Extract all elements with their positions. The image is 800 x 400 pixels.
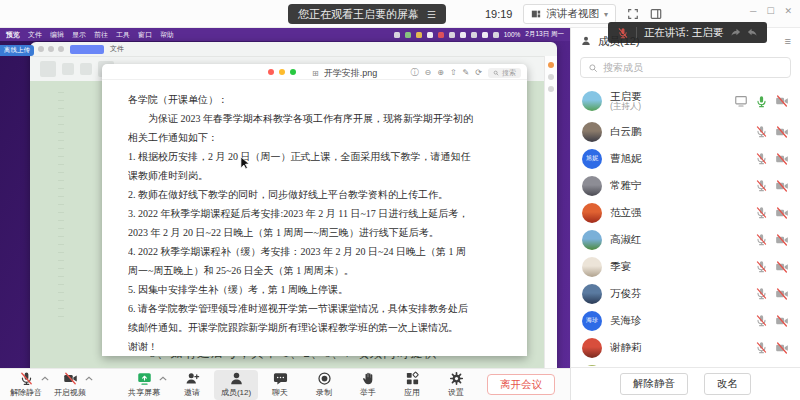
mac-menu-item[interactable]: 编辑 bbox=[50, 30, 64, 40]
toolbar-hand-button[interactable]: 举手 bbox=[346, 370, 390, 400]
share-icon[interactable]: ⇧ bbox=[450, 68, 457, 77]
rename-button[interactable]: 改名 bbox=[704, 373, 751, 395]
close-icon[interactable]: ✕ bbox=[784, 6, 792, 16]
divider bbox=[636, 27, 637, 38]
reply-arrow-icon[interactable] bbox=[746, 27, 758, 38]
member-row[interactable]: 张蕾蕾 bbox=[571, 361, 800, 366]
document-line: 2023 年 2 月 20 日~22 日晚上（第 1 周周一~周三晚）进行线下延… bbox=[128, 223, 503, 242]
member-search-input[interactable]: 搜索成员 bbox=[580, 57, 791, 78]
zoom-in-icon[interactable]: ⊕ bbox=[437, 68, 444, 77]
member-row[interactable]: 范立强 bbox=[571, 199, 800, 226]
mac-menu-item[interactable]: 文件 bbox=[28, 30, 42, 40]
chevron-up-icon[interactable] bbox=[159, 376, 167, 381]
clock: 19:19 bbox=[485, 8, 513, 20]
toolbar-chat-button[interactable]: 聊天 bbox=[258, 370, 302, 400]
layout-icon[interactable] bbox=[650, 8, 662, 20]
camera-off-icon bbox=[775, 206, 789, 220]
panel-menu-icon[interactable]: ≡ bbox=[785, 35, 791, 47]
active-doc-tab[interactable] bbox=[70, 45, 104, 54]
document-image: 各学院（开课单位）：为保证 2023 年春季学期本科教学各项工作有序开展，现将新… bbox=[102, 80, 527, 356]
member-status-icons bbox=[755, 152, 789, 166]
member-row[interactable]: 常雅宁 bbox=[571, 172, 800, 199]
mic-on-icon bbox=[755, 95, 768, 108]
mac-menu-item[interactable]: 帮助 bbox=[160, 30, 174, 40]
members-panel: 成员(12) ≡ 搜索成员 王启要 (主持人) 白云鹏 旭妮 曹旭妮 bbox=[570, 28, 800, 400]
battery-level: 100% bbox=[504, 31, 521, 38]
toolbar-item-label: 举手 bbox=[360, 387, 376, 398]
mac-menu-item[interactable]: 前往 bbox=[94, 30, 108, 40]
member-row[interactable]: 旭妮 曹旭妮 bbox=[571, 145, 800, 172]
toolbar-item-label: 解除静音 bbox=[10, 387, 42, 398]
toolbar-apps-button[interactable]: 应用 bbox=[390, 370, 434, 400]
member-row[interactable]: 高淑红 bbox=[571, 226, 800, 253]
mac-menu-item[interactable]: 显示 bbox=[72, 30, 86, 40]
mac-menu-item[interactable]: 预览 bbox=[6, 30, 20, 40]
toolbar-item-label: 成员(12) bbox=[221, 387, 251, 398]
member-row[interactable]: 谢静莉 bbox=[571, 334, 800, 361]
search-icon bbox=[588, 63, 598, 73]
minimize-icon[interactable]: ─ bbox=[750, 6, 756, 16]
avatar bbox=[582, 338, 602, 358]
avatar bbox=[582, 230, 602, 250]
wps-file-menu[interactable]: 文件 bbox=[110, 44, 124, 54]
member-name: 吴海珍 bbox=[610, 314, 642, 326]
chevron-up-icon[interactable] bbox=[85, 376, 93, 381]
member-row[interactable]: 万俊芬 bbox=[571, 280, 800, 307]
member-row[interactable]: 海珍 吴海珍 bbox=[571, 307, 800, 334]
toolbar-settings-button[interactable]: 设置 bbox=[434, 370, 478, 400]
sharing-screen-icon bbox=[734, 94, 748, 108]
markup-icon[interactable]: ✎ bbox=[463, 68, 470, 77]
toolbar-screen-share-button[interactable]: 共享屏幕 bbox=[122, 370, 166, 400]
member-status-icons bbox=[755, 179, 789, 193]
view-mode-selector[interactable]: 演讲者视图 ▾ bbox=[523, 4, 616, 24]
toolbar-invite-button[interactable]: 邀请 bbox=[170, 370, 214, 400]
mic-off-icon bbox=[755, 152, 768, 165]
view-mode-label: 演讲者视图 bbox=[546, 7, 599, 21]
mic-muted-icon bbox=[617, 27, 629, 39]
member-name: 高淑红 bbox=[610, 233, 642, 245]
info-icon[interactable]: ⓘ bbox=[410, 67, 418, 78]
menubar-status-icon bbox=[460, 32, 466, 38]
camera-off-icon bbox=[775, 179, 789, 193]
member-search-placeholder: 搜索成员 bbox=[603, 61, 643, 75]
toolbar-record-button[interactable]: 录制 bbox=[302, 370, 346, 400]
avatar bbox=[582, 203, 602, 223]
member-row[interactable]: 季宴 bbox=[571, 253, 800, 280]
fullscreen-icon[interactable] bbox=[627, 8, 639, 20]
wps-window: 文件 9、如有延后考，其中 1、2、6、7 项须同时提供 ⊞ 开学安排.png bbox=[30, 42, 557, 370]
avatar: 旭妮 bbox=[582, 149, 602, 169]
mac-menu-item[interactable]: 工具 bbox=[116, 30, 130, 40]
traffic-lights-icon[interactable] bbox=[268, 69, 296, 75]
mac-status-icons: 100%2月13日 周一 bbox=[394, 30, 564, 39]
rotate-icon[interactable]: ⟳ bbox=[475, 68, 482, 77]
forward-arrow-icon[interactable] bbox=[730, 27, 742, 38]
member-name: 常雅宁 bbox=[610, 179, 642, 191]
mac-menu-item[interactable]: 窗口 bbox=[138, 30, 152, 40]
member-name: 万俊芬 bbox=[610, 287, 642, 299]
unmute-button[interactable]: 解除静音 bbox=[620, 373, 688, 395]
mouse-cursor-icon bbox=[240, 156, 250, 169]
list-icon[interactable]: ☰ bbox=[427, 9, 436, 20]
toolbar-mic-off-button[interactable]: 解除静音 bbox=[4, 370, 48, 400]
offline-upload-tag: 离线上传 bbox=[0, 45, 34, 56]
avatar bbox=[582, 257, 602, 277]
toolbar-members-button[interactable]: 成员(12) bbox=[214, 370, 258, 400]
toolbar-item-label: 邀请 bbox=[184, 387, 200, 398]
zoom-out-icon[interactable]: ⊖ bbox=[424, 68, 431, 77]
leave-meeting-button[interactable]: 离开会议 bbox=[487, 374, 555, 395]
paste-icon[interactable] bbox=[40, 61, 56, 77]
cut-icon[interactable] bbox=[62, 63, 74, 75]
maximize-icon[interactable]: ☐ bbox=[766, 6, 774, 16]
copy-icon[interactable] bbox=[80, 63, 92, 75]
preview-search-input[interactable]: 搜索 bbox=[488, 68, 521, 78]
camera-off-icon bbox=[775, 314, 789, 328]
window-buttons-icon bbox=[38, 46, 64, 52]
member-row[interactable]: 白云鹏 bbox=[571, 118, 800, 145]
toolbar-cam-off-button[interactable]: 开启视频 bbox=[48, 370, 92, 400]
speaking-toast-text: 正在讲话: 王启要 bbox=[644, 26, 723, 40]
avatar bbox=[582, 284, 602, 304]
member-status-icons bbox=[755, 125, 789, 139]
mic-off-icon bbox=[19, 371, 34, 386]
preview-search-placeholder: 搜索 bbox=[502, 68, 516, 78]
member-row[interactable]: 王启要 (主持人) bbox=[571, 84, 800, 118]
